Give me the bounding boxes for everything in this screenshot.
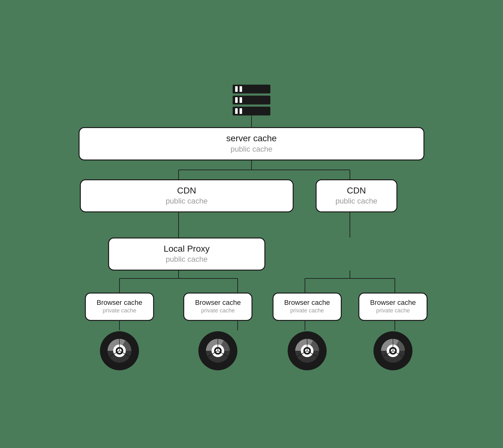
server-cache-subtitle: public cache	[230, 144, 272, 154]
svg-rect-2	[240, 108, 242, 114]
connector-browser-to-chrome	[79, 321, 424, 330]
svg-rect-3	[233, 96, 270, 104]
browser-col-3: Browser cache private cache	[276, 293, 339, 321]
browser-cache-box-3: Browser cache private cache	[273, 293, 342, 321]
chrome-icon-2	[197, 330, 238, 371]
browser-cache-3-title: Browser cache	[284, 299, 330, 307]
svg-rect-1	[235, 108, 238, 114]
svg-rect-6	[233, 85, 270, 93]
chrome-icon-3	[287, 330, 328, 371]
cdn-left-subtitle: public cache	[166, 196, 207, 206]
browser-cache-4-title: Browser cache	[370, 299, 416, 307]
browser-cache-4-subtitle: private cache	[376, 307, 410, 315]
cdn-left-box: CDN public cache	[80, 179, 294, 212]
browser-col-1: Browser cache private cache	[88, 293, 151, 321]
left-cdn-section: CDN public cache	[79, 179, 295, 212]
chrome-icons-row	[79, 330, 424, 371]
chrome-icon-4	[373, 330, 413, 371]
cache-hierarchy-diagram: server cache public cache CDN public cac…	[63, 64, 440, 384]
cdn-right-box: CDN public cache	[316, 179, 397, 212]
connector-server-cache-to-cdn	[79, 160, 424, 179]
browser-cache-2-subtitle: private cache	[201, 307, 235, 315]
server-cache-box: server cache public cache	[79, 127, 424, 160]
connector-server-to-server-cache	[251, 118, 252, 127]
browser-cache-box-4: Browser cache private cache	[358, 293, 428, 321]
browser-col-4: Browser cache private cache	[362, 293, 424, 321]
svg-rect-4	[235, 97, 238, 103]
browser-cache-box-1: Browser cache private cache	[85, 293, 154, 321]
local-proxy-title: Local Proxy	[163, 244, 209, 254]
svg-rect-8	[240, 86, 242, 92]
svg-rect-7	[235, 86, 238, 92]
chrome-wrapper-3	[276, 330, 339, 371]
browser-cache-2-title: Browser cache	[195, 299, 241, 307]
chrome-wrapper-1	[88, 330, 151, 371]
cdn-left-title: CDN	[177, 185, 196, 196]
browser-cache-1-subtitle: private cache	[102, 307, 136, 315]
chrome-wrapper-4	[362, 330, 424, 371]
cdn-row: CDN public cache CDN public cache	[79, 179, 424, 212]
cdn-right-title: CDN	[347, 185, 366, 196]
browser-cache-3-subtitle: private cache	[290, 307, 324, 315]
connector-cdn-to-proxy	[79, 212, 424, 238]
right-cdn-section: CDN public cache	[295, 179, 418, 212]
cdn-right-placeholder	[295, 238, 418, 263]
chrome-wrapper-2	[186, 330, 249, 371]
browser-col-2: Browser cache private cache	[186, 293, 249, 321]
server-icon	[226, 77, 277, 118]
browser-cache-1-title: Browser cache	[97, 299, 142, 307]
svg-rect-5	[240, 97, 242, 103]
browser-cache-box-2: Browser cache private cache	[183, 293, 252, 321]
chrome-icon-1	[99, 330, 140, 371]
local-proxy-subtitle: public cache	[166, 254, 207, 265]
server-cache-title: server cache	[226, 133, 277, 144]
local-proxy-box: Local Proxy public cache	[108, 238, 265, 271]
connector-to-browsers	[79, 271, 424, 293]
svg-rect-0	[233, 107, 270, 115]
local-proxy-row: Local Proxy public cache	[79, 238, 424, 271]
browser-cache-row: Browser cache private cache Browser cach…	[79, 293, 424, 321]
local-proxy-section: Local Proxy public cache	[79, 238, 295, 271]
cdn-right-subtitle: public cache	[335, 196, 377, 206]
